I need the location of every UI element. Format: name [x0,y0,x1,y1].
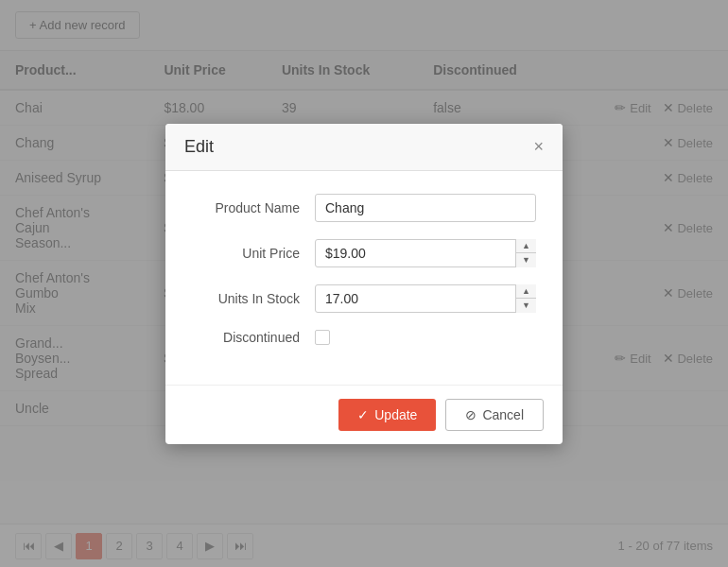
discontinued-label: Discontinued [192,330,315,345]
update-label: Update [374,407,417,422]
unit-price-spin-up[interactable]: ▲ [516,239,536,254]
units-in-stock-spin-down[interactable]: ▼ [516,299,536,313]
edit-modal: Edit × Product Name Unit Price ▲ ▼ Uni [165,124,563,444]
unit-price-label: Unit Price [192,246,315,261]
modal-body: Product Name Unit Price ▲ ▼ Units In Sto… [165,171,563,385]
units-in-stock-spinner-buttons: ▲ ▼ [515,284,536,313]
discontinued-checkbox[interactable] [315,330,330,345]
unit-price-input[interactable] [315,239,536,267]
unit-price-spinner-buttons: ▲ ▼ [515,239,536,267]
units-in-stock-label: Units In Stock [192,291,315,306]
cancel-button[interactable]: ⊘ Cancel [445,399,544,431]
cancel-icon: ⊘ [465,407,477,422]
product-name-input[interactable] [315,194,536,222]
cancel-label: Cancel [482,407,524,422]
modal-header: Edit × [165,124,563,171]
unit-price-spinner: ▲ ▼ [315,239,536,267]
units-in-stock-row: Units In Stock ▲ ▼ [192,284,536,313]
update-check-icon: ✓ [357,407,369,422]
unit-price-row: Unit Price ▲ ▼ [192,239,536,267]
update-button[interactable]: ✓ Update [338,399,436,431]
units-in-stock-spin-up[interactable]: ▲ [516,284,536,300]
product-name-label: Product Name [192,200,315,215]
discontinued-row: Discontinued [192,330,536,345]
modal-title: Edit [184,137,214,157]
units-in-stock-input[interactable] [315,284,536,313]
modal-overlay: Edit × Product Name Unit Price ▲ ▼ Uni [0,0,728,567]
product-name-row: Product Name [192,194,536,222]
modal-footer: ✓ Update ⊘ Cancel [165,385,563,444]
unit-price-spin-down[interactable]: ▼ [516,253,536,267]
modal-close-button[interactable]: × [533,138,544,155]
units-in-stock-spinner: ▲ ▼ [315,284,536,313]
